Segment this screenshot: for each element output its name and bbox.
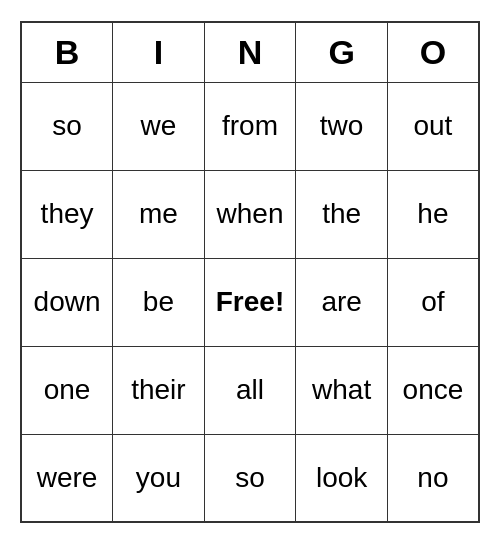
bingo-cell-2-0: down — [21, 258, 113, 346]
header-col-b: B — [21, 22, 113, 82]
header-col-o: O — [387, 22, 479, 82]
bingo-cell-0-0: so — [21, 82, 113, 170]
bingo-cell-0-3: two — [296, 82, 388, 170]
bingo-cell-4-4: no — [387, 434, 479, 522]
bingo-row-1: theymewhenthehe — [21, 170, 479, 258]
bingo-cell-3-4: once — [387, 346, 479, 434]
bingo-cell-0-1: we — [113, 82, 204, 170]
bingo-cell-4-2: so — [204, 434, 296, 522]
header-col-n: N — [204, 22, 296, 82]
bingo-cell-3-2: all — [204, 346, 296, 434]
bingo-cell-3-3: what — [296, 346, 388, 434]
bingo-cell-3-0: one — [21, 346, 113, 434]
bingo-cell-0-4: out — [387, 82, 479, 170]
bingo-row-0: sowefromtwoout — [21, 82, 479, 170]
bingo-row-4: wereyousolookno — [21, 434, 479, 522]
bingo-cell-4-1: you — [113, 434, 204, 522]
bingo-cell-4-3: look — [296, 434, 388, 522]
bingo-card: BINGO sowefromtwoouttheymewhenthehedownb… — [20, 21, 480, 523]
bingo-cell-1-4: he — [387, 170, 479, 258]
bingo-cell-1-3: the — [296, 170, 388, 258]
bingo-cell-4-0: were — [21, 434, 113, 522]
bingo-row-3: onetheirallwhatonce — [21, 346, 479, 434]
bingo-cell-2-3: are — [296, 258, 388, 346]
header-col-g: G — [296, 22, 388, 82]
bingo-cell-2-1: be — [113, 258, 204, 346]
bingo-header-row: BINGO — [21, 22, 479, 82]
bingo-cell-2-2: Free! — [204, 258, 296, 346]
bingo-cell-3-1: their — [113, 346, 204, 434]
bingo-cell-0-2: from — [204, 82, 296, 170]
bingo-cell-1-2: when — [204, 170, 296, 258]
bingo-cell-2-4: of — [387, 258, 479, 346]
header-col-i: I — [113, 22, 204, 82]
bingo-cell-1-0: they — [21, 170, 113, 258]
bingo-cell-1-1: me — [113, 170, 204, 258]
bingo-row-2: downbeFree!areof — [21, 258, 479, 346]
